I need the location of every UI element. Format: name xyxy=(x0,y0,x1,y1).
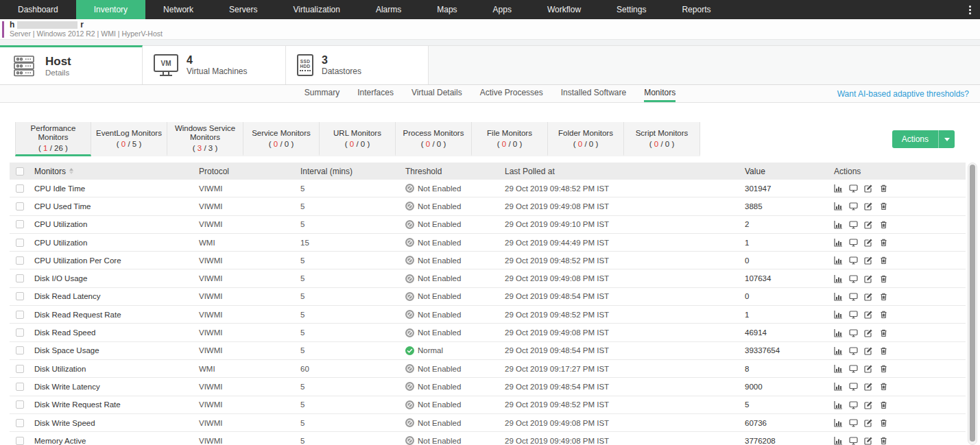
nav-item-virtualization[interactable]: Virtualization xyxy=(275,0,357,19)
column-threshold[interactable]: Threshold xyxy=(405,167,505,176)
graph-icon[interactable] xyxy=(834,256,843,265)
monitor-name[interactable]: Disk Write Speed xyxy=(34,419,199,427)
display-icon[interactable] xyxy=(849,274,858,283)
tab-host-details[interactable]: Host Details xyxy=(0,45,143,84)
row-checkbox[interactable] xyxy=(16,365,24,373)
monitor-name[interactable]: Disk Write Latency xyxy=(34,383,199,391)
delete-icon[interactable] xyxy=(879,202,888,211)
display-icon[interactable] xyxy=(849,202,858,211)
column-value[interactable]: Value xyxy=(745,167,834,176)
monitor-tab-service-monitors[interactable]: Service Monitors( 0 / 0 ) xyxy=(243,122,320,156)
monitor-name[interactable]: Disk Write Request Rate xyxy=(34,400,199,409)
delete-icon[interactable] xyxy=(879,382,888,391)
graph-icon[interactable] xyxy=(834,436,843,445)
graph-icon[interactable] xyxy=(834,202,843,211)
graph-icon[interactable] xyxy=(834,184,843,193)
nav-item-settings[interactable]: Settings xyxy=(599,0,664,19)
edit-icon[interactable] xyxy=(864,346,873,355)
row-checkbox[interactable] xyxy=(16,419,24,427)
display-icon[interactable] xyxy=(849,220,858,229)
display-icon[interactable] xyxy=(849,418,858,427)
delete-icon[interactable] xyxy=(879,436,888,445)
adaptive-thresholds-link[interactable]: Want AI-based adaptive thresholds? xyxy=(837,85,969,103)
delete-icon[interactable] xyxy=(879,400,888,409)
select-all-checkbox[interactable] xyxy=(16,167,24,176)
nav-item-workflow[interactable]: Workflow xyxy=(529,0,599,19)
edit-icon[interactable] xyxy=(864,220,873,229)
edit-icon[interactable] xyxy=(864,292,873,301)
delete-icon[interactable] xyxy=(879,328,888,337)
nav-item-maps[interactable]: Maps xyxy=(419,0,475,19)
column-protocol[interactable]: Protocol xyxy=(199,167,300,176)
monitor-tab-eventlog-monitors[interactable]: EventLog Monitors( 0 / 5 ) xyxy=(91,122,167,156)
display-icon[interactable] xyxy=(849,436,858,445)
row-checkbox[interactable] xyxy=(16,274,24,282)
vertical-scrollbar[interactable] xyxy=(968,163,977,445)
display-icon[interactable] xyxy=(849,364,858,373)
edit-icon[interactable] xyxy=(864,256,873,265)
scrollbar-thumb[interactable] xyxy=(970,165,975,442)
edit-icon[interactable] xyxy=(864,238,873,247)
graph-icon[interactable] xyxy=(834,292,843,301)
nav-item-inventory[interactable]: Inventory xyxy=(76,0,145,19)
column-last-polled[interactable]: Last Polled at xyxy=(505,167,745,176)
monitor-name[interactable]: CPU Idle Time xyxy=(34,184,199,193)
delete-icon[interactable] xyxy=(879,292,888,301)
row-checkbox[interactable] xyxy=(16,184,24,193)
edit-icon[interactable] xyxy=(864,310,873,319)
edit-icon[interactable] xyxy=(864,418,873,427)
row-checkbox[interactable] xyxy=(16,202,24,211)
graph-icon[interactable] xyxy=(834,364,843,373)
display-icon[interactable] xyxy=(849,292,858,301)
sort-icon[interactable] xyxy=(69,168,73,174)
graph-icon[interactable] xyxy=(834,382,843,391)
monitor-name[interactable]: Disk I/O Usage xyxy=(34,274,199,282)
monitor-tab-script-monitors[interactable]: Script Monitors( 0 / 0 ) xyxy=(624,122,700,156)
delete-icon[interactable] xyxy=(879,346,888,355)
delete-icon[interactable] xyxy=(879,238,888,247)
delete-icon[interactable] xyxy=(879,184,888,193)
monitor-tab-process-monitors[interactable]: Process Monitors( 0 / 0 ) xyxy=(396,122,472,156)
tab-monitors[interactable]: Monitors xyxy=(644,85,676,102)
tab-virtual-details[interactable]: Virtual Details xyxy=(411,85,462,102)
actions-button-label[interactable]: Actions xyxy=(892,130,938,148)
row-checkbox[interactable] xyxy=(16,220,24,228)
nav-item-alarms[interactable]: Alarms xyxy=(358,0,419,19)
row-checkbox[interactable] xyxy=(16,400,24,409)
graph-icon[interactable] xyxy=(834,418,843,427)
row-checkbox[interactable] xyxy=(16,346,24,354)
edit-icon[interactable] xyxy=(864,436,873,445)
monitor-name[interactable]: Disk Read Latency xyxy=(34,292,199,300)
actions-dropdown-toggle[interactable] xyxy=(938,130,955,148)
row-checkbox[interactable] xyxy=(16,256,24,265)
graph-icon[interactable] xyxy=(834,238,843,247)
graph-icon[interactable] xyxy=(834,220,843,229)
monitor-tab-performance-monitors[interactable]: Performance Monitors( 1 / 26 ) xyxy=(15,122,91,156)
graph-icon[interactable] xyxy=(834,346,843,355)
row-checkbox[interactable] xyxy=(16,328,24,337)
graph-icon[interactable] xyxy=(834,328,843,337)
monitor-name[interactable]: Disk Read Speed xyxy=(34,328,199,337)
delete-icon[interactable] xyxy=(879,220,888,229)
monitor-name[interactable]: Disk Utilization xyxy=(34,365,199,373)
nav-item-dashboard[interactable]: Dashboard xyxy=(0,0,76,19)
graph-icon[interactable] xyxy=(834,400,843,409)
row-checkbox[interactable] xyxy=(16,311,24,319)
display-icon[interactable] xyxy=(849,238,858,247)
nav-item-apps[interactable]: Apps xyxy=(475,0,529,19)
display-icon[interactable] xyxy=(849,328,858,337)
display-icon[interactable] xyxy=(849,346,858,355)
nav-item-reports[interactable]: Reports xyxy=(664,0,728,19)
column-interval[interactable]: Interval (mins) xyxy=(300,167,405,176)
monitor-tab-windows-service-monitors[interactable]: Windows Service Monitors( 3 / 3 ) xyxy=(167,122,243,156)
monitor-name[interactable]: Disk Read Request Rate xyxy=(34,311,199,319)
tab-summary[interactable]: Summary xyxy=(304,85,339,102)
row-checkbox[interactable] xyxy=(16,383,24,391)
monitor-tab-file-monitors[interactable]: File Monitors( 0 / 0 ) xyxy=(472,122,548,156)
edit-icon[interactable] xyxy=(864,328,873,337)
delete-icon[interactable] xyxy=(879,310,888,319)
graph-icon[interactable] xyxy=(834,310,843,319)
edit-icon[interactable] xyxy=(864,364,873,373)
column-monitors[interactable]: Monitors xyxy=(34,167,199,176)
monitor-name[interactable]: CPU Used Time xyxy=(34,202,199,211)
